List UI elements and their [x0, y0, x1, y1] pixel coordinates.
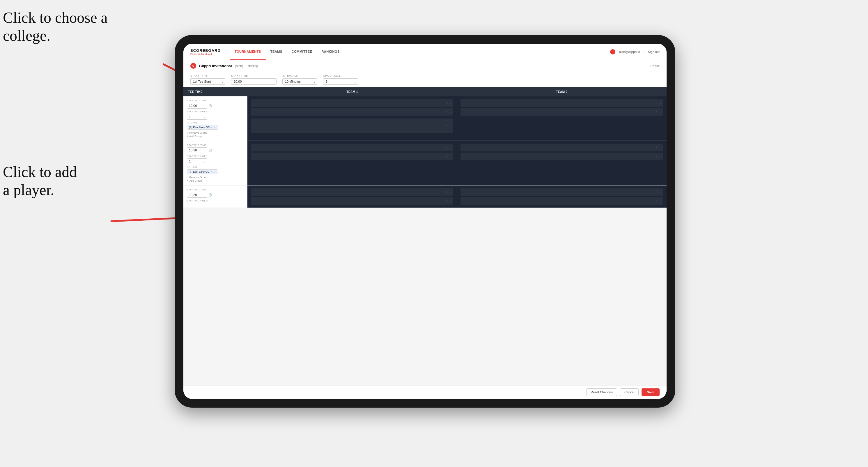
settings-row: Start Type 1st Tee Start Start Time Inte… — [183, 72, 666, 87]
player-slot-3-1[interactable]: ✕ ⌄ — [251, 188, 453, 196]
slot-x-1-t2-1[interactable]: ✕ — [655, 102, 658, 104]
slot-chevron-3-t2-1[interactable]: ⌄ — [659, 191, 661, 194]
edit-course-2[interactable]: ⌄ — [213, 170, 215, 173]
slot-x-3-t2-2[interactable]: ✕ — [655, 199, 658, 203]
remove-course-2[interactable]: × — [211, 170, 212, 173]
slot-chevron-1-t2-2[interactable]: ⌄ — [659, 110, 661, 113]
intervals-select[interactable]: 10 Minutes — [282, 78, 317, 85]
player-slot-2-t2-1[interactable]: ✕ ⌄ — [461, 144, 663, 151]
nav-tournaments[interactable]: TOURNAMENTS — [230, 44, 266, 60]
back-button[interactable]: ‹ Back — [650, 64, 659, 67]
slot-x-1-t2-2[interactable]: ✕ — [655, 110, 658, 113]
start-type-wrapper: 1st Tee Start — [190, 78, 225, 85]
group-size-wrapper: 3 — [323, 78, 358, 85]
slot-x-2-t2-2[interactable]: ✕ — [655, 155, 658, 158]
edit-course-1[interactable]: ⌄ — [214, 126, 216, 129]
slot-chevron-1-t2-1[interactable]: ⌄ — [659, 102, 661, 104]
sign-out-link[interactable]: Sign out — [648, 50, 659, 54]
slot-actions-1-t2-2: ✕ ⌄ — [655, 110, 661, 113]
starting-time-input-2[interactable] — [187, 147, 207, 153]
player-slot-3-2[interactable]: ✕ ⌄ — [251, 197, 453, 205]
slot-chevron-3-1[interactable]: ⌄ — [449, 191, 452, 194]
start-time-group: Start Time — [231, 74, 277, 85]
slot-chevron-1-2[interactable]: ⌄ — [449, 110, 452, 113]
slot-actions-2-t2-2: ✕ ⌄ — [655, 155, 661, 158]
start-time-label: Start Time — [231, 74, 277, 77]
intervals-wrapper: 10 Minutes — [282, 78, 317, 85]
starting-hole-select-1[interactable]: 1 — [187, 114, 207, 120]
slot-x-3-2[interactable]: ✕ — [446, 199, 448, 203]
reset-button[interactable]: Reset Changes — [586, 388, 617, 396]
slot-x-2-t2-1[interactable]: ✕ — [655, 146, 658, 149]
player-slot-1-t2-2[interactable]: ✕ ⌄ — [461, 108, 663, 116]
player-slot-2-2[interactable]: ✕ ⌄ — [251, 153, 453, 160]
course-label-2: COURSE: — [187, 166, 244, 168]
slot-chevron-2-1[interactable]: ⌄ — [449, 146, 452, 149]
intervals-label: Intervals — [282, 74, 317, 77]
slot-chevron-1-1[interactable]: ⌄ — [449, 102, 452, 104]
slot-actions-3-2: ✕ ⌄ — [446, 199, 452, 203]
slot-x-1-2[interactable]: ✕ — [446, 110, 448, 113]
player-slot-2-1[interactable]: ✕ ⌄ — [251, 144, 453, 151]
player-slot-1-1[interactable]: ✕ ⌄ — [251, 99, 453, 107]
remove-group-2[interactable]: ○ Remove Group — [187, 176, 244, 179]
nav-rankings[interactable]: RANKINGS — [317, 44, 344, 60]
slot-x-3-t2-1[interactable]: ✕ — [655, 191, 658, 194]
course-icon-2: 🏌 — [189, 170, 192, 173]
course-name-2: East Lake GC — [193, 170, 209, 173]
slot-chevron-1-3[interactable]: ⌄ — [449, 124, 452, 127]
starting-hole-select-2[interactable]: 1 — [187, 158, 207, 164]
brand: SCOREBOARD Powered by clippd — [190, 48, 221, 55]
remove-group-1[interactable]: ○ Remove Group — [187, 131, 244, 134]
remove-course-1[interactable]: × — [211, 126, 213, 129]
slot-chevron-2-t2-2[interactable]: ⌄ — [659, 155, 661, 158]
save-button[interactable]: Save — [642, 388, 659, 396]
nav-committee[interactable]: COMMITTEE — [287, 44, 317, 60]
add-group-2[interactable]: + Add Group — [187, 179, 244, 182]
starting-hole-label-2: STARTING HOLE: — [187, 155, 244, 157]
group-row-1: STARTING TIME: 🕐 STARTING HOLE: 1 COUR — [183, 96, 666, 141]
slot-x-1-1[interactable]: ✕ — [446, 102, 448, 104]
slot-x-3-1[interactable]: ✕ — [446, 191, 448, 194]
start-time-input[interactable] — [231, 78, 277, 85]
group-size-select[interactable]: 3 — [323, 78, 358, 85]
annotation-add-player: Click to add a player. — [3, 163, 77, 199]
starting-time-input-1[interactable] — [187, 103, 207, 108]
slot-actions-3-t2-2: ✕ ⌄ — [655, 199, 661, 203]
tournament-gender: (Men) — [235, 64, 243, 67]
slot-x-1-3[interactable]: ✕ — [446, 124, 448, 127]
course-tag-1[interactable]: (A) Peachtree GC × ⌄ — [187, 125, 218, 130]
group-3-left-panel: STARTING TIME: 🕐 STARTING HOLE: — [183, 185, 247, 208]
player-slot-2-t2-2[interactable]: ✕ ⌄ — [461, 153, 663, 160]
group-2-team2: ✕ ⌄ ✕ ⌄ — [457, 141, 666, 185]
slot-x-2-1[interactable]: ✕ — [446, 146, 448, 149]
course-tag-2[interactable]: 🏌 East Lake GC × ⌄ — [187, 169, 217, 174]
player-slot-1-2[interactable]: ✕ ⌄ — [251, 108, 453, 116]
player-slot-3-t2-2[interactable]: ✕ ⌄ — [461, 197, 663, 205]
nav-teams[interactable]: TEAMS — [266, 44, 287, 60]
player-slot-1-t2-1[interactable]: ✕ ⌄ — [461, 99, 663, 107]
user-email: blair@clippd.io — [619, 50, 640, 54]
player-slot-1-3[interactable]: ✕ ⌄ — [251, 119, 453, 133]
starting-hole-wrapper-1: 1 — [187, 114, 207, 120]
starting-time-input-3[interactable] — [187, 192, 207, 198]
slot-chevron-3-2[interactable]: ⌄ — [449, 199, 452, 203]
slot-x-2-2[interactable]: ✕ — [446, 155, 448, 158]
cancel-button[interactable]: Cancel — [620, 388, 639, 396]
start-type-select[interactable]: 1st Tee Start — [190, 78, 225, 85]
slot-chevron-2-t2-1[interactable]: ⌄ — [659, 146, 661, 149]
starting-hole-wrapper-2: 1 — [187, 158, 207, 164]
starting-time-row-3: 🕐 — [187, 192, 244, 198]
starting-hole-label-1: STARTING HOLE: — [187, 110, 244, 113]
player-slot-3-t2-1[interactable]: ✕ ⌄ — [461, 188, 663, 196]
footer: Reset Changes Cancel Save — [183, 385, 666, 399]
start-type-group: Start Type 1st Tee Start — [190, 74, 225, 85]
slot-chevron-2-2[interactable]: ⌄ — [449, 155, 452, 158]
col-team1: Team 1 — [247, 87, 457, 96]
add-group-1[interactable]: + Add Group — [187, 135, 244, 138]
starting-time-row-1: 🕐 — [187, 103, 244, 108]
slot-actions-2-t2-1: ✕ ⌄ — [655, 146, 661, 149]
slot-chevron-3-t2-2[interactable]: ⌄ — [659, 199, 661, 203]
intervals-group: Intervals 10 Minutes — [282, 74, 317, 85]
start-type-label: Start Type — [190, 74, 225, 77]
